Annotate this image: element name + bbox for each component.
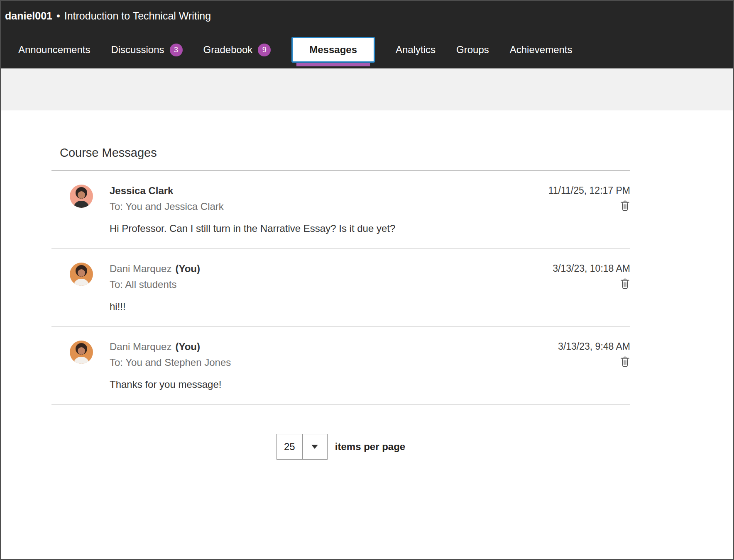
- avatar: [70, 341, 93, 364]
- pagination: 25 items per page: [51, 434, 630, 460]
- course-title: Introduction to Technical Writing: [64, 10, 211, 22]
- tab-achievements[interactable]: Achievements: [510, 44, 573, 56]
- message-main: Jessica Clark To: You and Jessica Clark …: [110, 185, 548, 248]
- message-body: hi!!!: [110, 301, 553, 326]
- message-recipients: To: All students: [110, 279, 553, 290]
- message-main: Dani Marquez(You) To: You and Stephen Jo…: [110, 341, 558, 404]
- sender-you-suffix: (You): [175, 263, 200, 274]
- tab-gradebook[interactable]: Gradebook 9: [203, 44, 271, 56]
- tab-groups[interactable]: Groups: [456, 44, 489, 56]
- avatar: [70, 185, 93, 208]
- message-row[interactable]: Jessica Clark To: You and Jessica Clark …: [51, 171, 630, 249]
- username: daniel001: [5, 10, 52, 22]
- tab-discussions[interactable]: Discussions 3: [111, 44, 182, 56]
- delete-message-button[interactable]: [620, 356, 630, 368]
- message-body: Hi Professor. Can I still turn in the Na…: [110, 223, 548, 248]
- items-per-page-select[interactable]: 25: [276, 434, 328, 460]
- message-sender: Jessica Clark: [110, 185, 548, 197]
- trash-icon: [620, 206, 630, 212]
- tab-label: Discussions: [111, 44, 164, 56]
- message-row[interactable]: Dani Marquez(You) To: You and Stephen Jo…: [51, 327, 630, 405]
- message-body: Thanks for you message!: [110, 379, 558, 404]
- active-tab-underline: [296, 63, 370, 66]
- messages-panel: Course Messages Jessica Clark To: You an…: [51, 146, 630, 460]
- gradebook-count-badge: 9: [258, 44, 271, 56]
- message-side: 11/11/25, 12:17 PM: [548, 185, 630, 248]
- avatar: [70, 263, 93, 286]
- header-separator: •: [56, 10, 60, 22]
- tab-label: Messages: [309, 44, 357, 56]
- message-side: 3/13/23, 10:18 AM: [553, 263, 630, 326]
- tab-label: Gradebook: [203, 44, 253, 56]
- sender-name: Dani Marquez: [110, 341, 171, 352]
- course-nav: Announcements Discussions 3 Gradebook 9 …: [1, 31, 733, 68]
- items-per-page-label: items per page: [335, 441, 405, 453]
- trash-icon: [620, 284, 630, 290]
- course-header: daniel001 • Introduction to Technical Wr…: [1, 1, 733, 31]
- tab-announcements[interactable]: Announcements: [18, 44, 90, 56]
- tab-label: Announcements: [18, 44, 90, 56]
- message-main: Dani Marquez(You) To: All students hi!!!: [110, 263, 553, 326]
- delete-message-button[interactable]: [620, 278, 630, 290]
- message-timestamp: 3/13/23, 10:18 AM: [553, 263, 630, 275]
- tab-label: Groups: [456, 44, 489, 56]
- message-recipients: To: You and Stephen Jones: [110, 357, 558, 368]
- chevron-down-icon: [302, 434, 327, 459]
- tab-label: Achievements: [510, 44, 573, 56]
- tab-messages[interactable]: Messages: [291, 37, 375, 63]
- message-side: 3/13/23, 9:48 AM: [558, 341, 630, 404]
- tab-analytics[interactable]: Analytics: [396, 44, 436, 56]
- items-per-page-value: 25: [277, 434, 302, 459]
- discussions-count-badge: 3: [170, 44, 183, 56]
- trash-icon: [620, 362, 630, 368]
- message-timestamp: 11/11/25, 12:17 PM: [548, 185, 630, 197]
- message-sender: Dani Marquez(You): [110, 341, 558, 353]
- page-title: Course Messages: [60, 146, 630, 160]
- sender-name: Jessica Clark: [110, 185, 173, 196]
- message-sender: Dani Marquez(You): [110, 263, 553, 275]
- message-recipients: To: You and Jessica Clark: [110, 201, 548, 212]
- message-row[interactable]: Dani Marquez(You) To: All students hi!!!…: [51, 249, 630, 327]
- sender-name: Dani Marquez: [110, 263, 171, 274]
- content-header-strip: [1, 68, 733, 110]
- delete-message-button[interactable]: [620, 200, 630, 212]
- tab-label: Analytics: [396, 44, 436, 56]
- sender-you-suffix: (You): [175, 341, 200, 352]
- message-timestamp: 3/13/23, 9:48 AM: [558, 341, 630, 353]
